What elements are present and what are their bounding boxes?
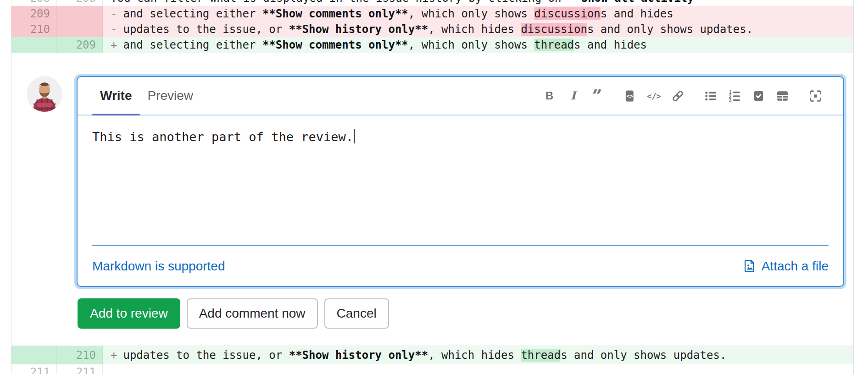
diff-text: s and only shows updates. (587, 23, 753, 36)
svg-text:B: B (545, 89, 553, 102)
old-line-number[interactable] (11, 346, 57, 364)
changed-word: thread (534, 38, 574, 51)
diff-line-content: You can filter what is displayed in the … (103, 0, 853, 6)
fullscreen-icon[interactable] (806, 86, 825, 105)
new-line-number[interactable]: 210 (57, 346, 103, 364)
attach-image-icon (743, 259, 757, 273)
diff-line-content (103, 364, 853, 374)
diff-text: and selecting either (123, 7, 262, 20)
diff-text: , which hides (428, 349, 521, 362)
diff-sign: - (111, 22, 117, 37)
tab-write-label: Write (100, 88, 132, 103)
diff-row: 208208You can filter what is displayed i… (11, 0, 853, 6)
comment-editor: Write Preview BI”<></>123 This is anothe… (74, 74, 846, 289)
user-avatar (26, 76, 63, 112)
changed-word: discussion (521, 23, 587, 36)
diff-line-content: -and selecting either **Show comments on… (103, 6, 853, 22)
code-icon[interactable]: </> (644, 86, 663, 105)
table-icon[interactable] (773, 86, 792, 105)
diff-line-content: -updates to the issue, or **Show history… (103, 22, 853, 37)
diff-row: 209+and selecting either **Show comments… (11, 37, 853, 53)
svg-text:<>: <> (626, 93, 633, 99)
diff-text: **Show history only** (289, 23, 428, 36)
changed-word: discussion (534, 7, 601, 20)
new-line-number[interactable]: 208 (57, 0, 103, 6)
editor-header: Write Preview BI”<></>123 (78, 77, 843, 116)
attach-file-label: Attach a file (762, 259, 829, 274)
markdown-toolbar: BI”<></>123 (526, 86, 825, 105)
diff-text: , which only shows (408, 38, 534, 51)
merge-request-diff-page: 208208You can filter what is displayed i… (0, 0, 868, 374)
diff-text: and selecting either (123, 38, 262, 51)
svg-text:”: ” (592, 89, 602, 103)
new-line-number[interactable]: 211 (57, 364, 103, 374)
link-icon[interactable] (668, 86, 687, 105)
toolbar-group: <></> (620, 86, 687, 105)
old-line-number[interactable]: 209 (11, 6, 57, 22)
new-line-number[interactable]: 209 (57, 37, 103, 53)
diff-text: s and hides (574, 38, 647, 51)
diff-line-content: +and selecting either **Show comments on… (103, 37, 853, 53)
old-line-number[interactable]: 211 (11, 364, 57, 374)
editor-footer: Markdown is supported Attach a file (78, 246, 843, 286)
changed-word: thread (521, 349, 561, 362)
bold-icon[interactable]: B (540, 86, 559, 105)
diff-text: updates to the issue, or (123, 349, 289, 362)
comment-actions: Add to review Add comment now Cancel (78, 298, 846, 329)
text-caret (354, 129, 355, 143)
diff-text: updates to the issue, or (123, 23, 289, 36)
numbered-list-icon[interactable]: 123 (725, 86, 744, 105)
diff-text: **Show comments only** (262, 7, 408, 20)
old-line-number[interactable]: 210 (11, 22, 57, 37)
diff-text: s and hides (601, 7, 673, 20)
diff-row: 210+updates to the issue, or **Show hist… (11, 346, 853, 364)
diff-text: **Show comments only** (262, 38, 408, 51)
svg-text:</>: </> (647, 91, 661, 100)
diff-text: **Show all activity** (568, 0, 707, 5)
svg-text:I: I (570, 89, 577, 102)
toolbar-group: 123 (701, 86, 792, 105)
diff-text: s and only shows updates. (561, 349, 726, 362)
tab-write[interactable]: Write (92, 77, 140, 115)
diff-text: , which only shows (408, 7, 534, 20)
new-line-number[interactable] (57, 22, 103, 37)
comment-textarea[interactable]: This is another part of the review. (78, 116, 843, 245)
diff-row: 209-and selecting either **Show comments… (11, 6, 853, 22)
task-list-icon[interactable] (749, 86, 768, 105)
tab-preview-label: Preview (148, 88, 194, 103)
add-comment-now-button[interactable]: Add comment now (187, 298, 318, 329)
cancel-button[interactable]: Cancel (324, 298, 389, 329)
diff-sign: - (111, 6, 117, 22)
tab-preview[interactable]: Preview (140, 77, 201, 115)
bullet-list-icon[interactable] (701, 86, 720, 105)
diff-table-top: 208208You can filter what is displayed i… (11, 0, 854, 53)
diff-table-bottom: 210+updates to the issue, or **Show hist… (11, 346, 854, 374)
diff-line-content: +updates to the issue, or **Show history… (103, 346, 853, 364)
add-to-review-button[interactable]: Add to review (78, 298, 180, 329)
diff-sign: + (111, 346, 117, 364)
new-line-number[interactable] (57, 6, 103, 22)
diff-text: You can filter what is displayed in the … (111, 0, 568, 5)
comment-form-section: Write Preview BI”<></>123 This is anothe… (11, 53, 854, 346)
quote-icon[interactable]: ” (587, 86, 606, 105)
old-line-number[interactable]: 208 (11, 0, 57, 6)
diff-text: **Show history only** (289, 349, 428, 362)
markdown-supported-link[interactable]: Markdown is supported (92, 259, 225, 274)
svg-text:3: 3 (729, 98, 731, 103)
toolbar-group (806, 86, 825, 105)
diff-row: 210-updates to the issue, or **Show hist… (11, 22, 853, 37)
attach-file-link[interactable]: Attach a file (743, 259, 829, 274)
snippet-icon[interactable]: <> (620, 86, 640, 105)
toolbar-group: BI” (540, 86, 606, 105)
old-line-number[interactable] (11, 37, 57, 53)
diff-text: , which hides (428, 23, 521, 36)
diff-row: 211211 (11, 364, 853, 374)
diff-sign: + (111, 37, 117, 53)
comment-text: This is another part of the review. (92, 130, 353, 144)
italic-icon[interactable]: I (563, 86, 583, 105)
